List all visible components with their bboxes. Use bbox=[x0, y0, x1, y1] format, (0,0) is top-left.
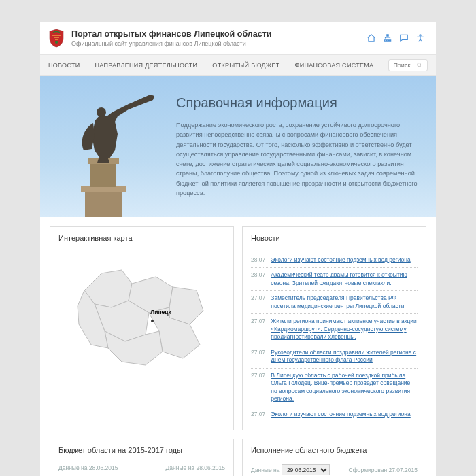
news-link[interactable]: Руководители области поздравили жителей … bbox=[271, 349, 418, 364]
news-date: 27.07 bbox=[251, 294, 265, 310]
news-item: 27.07Жители региона принимают активное у… bbox=[251, 314, 418, 345]
news-item: 27.07В Липецкую область с рабочей поездк… bbox=[251, 369, 418, 407]
content-row-1: Интерактивная карта Липецк bbox=[40, 217, 436, 430]
main-nav: НОВОСТИ НАПРАВЛЕНИЯ ДЕЯТЕЛЬНОСТИ ОТКРЫТЫ… bbox=[40, 54, 436, 76]
news-item: 27.07Экологи изучают состояние подземных… bbox=[251, 407, 418, 422]
accessibility-icon[interactable] bbox=[415, 33, 425, 43]
sitemap-icon[interactable] bbox=[383, 33, 392, 43]
execution-date-select[interactable]: 29.06.2015 bbox=[282, 464, 330, 475]
svg-rect-3 bbox=[85, 190, 122, 217]
execution-label: Данные на bbox=[251, 466, 280, 473]
chat-icon[interactable] bbox=[399, 33, 409, 43]
svg-rect-5 bbox=[90, 163, 116, 187]
news-date: 27.07 bbox=[251, 318, 265, 341]
svg-point-7 bbox=[97, 107, 106, 117]
news-link[interactable]: В Липецкую область с рабочей поездкой пр… bbox=[271, 372, 418, 403]
map-card-title: Интерактивная карта bbox=[58, 234, 225, 248]
news-link[interactable]: Экологи изучают состояние подземных вод … bbox=[271, 256, 410, 264]
search-icon bbox=[416, 62, 423, 69]
news-card: Новости 28.07Экологи изучают состояние п… bbox=[242, 226, 426, 430]
nav-item-finance-system[interactable]: ФИНАНСОВАЯ СИСТЕМА bbox=[294, 62, 373, 69]
news-item: 27.07Руководители области поздравили жит… bbox=[251, 345, 418, 369]
svg-point-8 bbox=[151, 320, 154, 322]
nav-item-activities[interactable]: НАПРАВЛЕНИЯ ДЕЯТЕЛЬНОСТИ bbox=[95, 62, 197, 69]
svg-point-0 bbox=[55, 41, 58, 44]
nav-item-open-budget[interactable]: ОТКРЫТЫЙ БЮДЖЕТ bbox=[212, 62, 279, 69]
site-title: Портал открытых финансов Липецкой област… bbox=[71, 29, 367, 39]
news-date: 27.07 bbox=[251, 411, 265, 418]
budget-meta-right: Данные на 28.06.2015 bbox=[166, 464, 225, 471]
news-item: 28.07Экологи изучают состояние подземных… bbox=[251, 253, 418, 268]
hero-title: Справочная информация bbox=[176, 95, 420, 111]
map-city-label: Липецк bbox=[78, 309, 244, 316]
content-row-2: Бюджет области на 2015-2017 годы Данные … bbox=[40, 430, 436, 476]
news-date: 28.07 bbox=[251, 256, 265, 264]
execution-card-title: Исполнение областного бюджета bbox=[251, 446, 418, 460]
news-date: 28.07 bbox=[251, 271, 265, 287]
budget-card: Бюджет области на 2015-2017 годы Данные … bbox=[50, 439, 234, 476]
budget-meta-left: Данные на 28.06.2015 bbox=[58, 464, 118, 471]
hero-banner: Справочная информация Поддержание эконом… bbox=[40, 76, 436, 217]
svg-point-1 bbox=[420, 35, 421, 36]
svg-point-2 bbox=[418, 63, 421, 67]
hero-body: Поддержание экономического роста, сохран… bbox=[176, 120, 420, 198]
news-link[interactable]: Экологи изучают состояние подземных вод … bbox=[271, 411, 410, 418]
region-map[interactable]: Липецк bbox=[58, 253, 225, 387]
search-box[interactable] bbox=[388, 59, 428, 71]
news-item: 27.07Заместитель председателя Правительс… bbox=[251, 291, 418, 314]
execution-formed: Сформирован 27.07.2015 bbox=[349, 466, 418, 473]
site-header: Портал открытых финансов Липецкой област… bbox=[40, 22, 436, 54]
news-link[interactable]: Заместитель председателя Правительства Р… bbox=[271, 294, 418, 310]
execution-card: Исполнение областного бюджета Данные на … bbox=[242, 439, 426, 476]
header-icons bbox=[367, 33, 425, 43]
search-input[interactable] bbox=[393, 62, 413, 69]
nav-item-news[interactable]: НОВОСТИ bbox=[48, 62, 80, 69]
interactive-map-card: Интерактивная карта Липецк bbox=[50, 226, 234, 430]
news-item: 28.07Академический театр драмы готовится… bbox=[251, 268, 418, 291]
page-container: Портал открытых финансов Липецкой област… bbox=[40, 22, 436, 476]
news-link[interactable]: Академический театр драмы готовится к от… bbox=[271, 271, 418, 287]
news-list: 28.07Экологи изучают состояние подземных… bbox=[251, 253, 418, 422]
news-link[interactable]: Жители региона принимают активное участи… bbox=[271, 318, 418, 341]
site-subtitle: Официальный сайт управления финансов Лип… bbox=[71, 40, 367, 47]
home-icon[interactable] bbox=[367, 33, 376, 43]
coat-of-arms-icon bbox=[48, 29, 65, 48]
news-date: 27.07 bbox=[251, 349, 265, 364]
monument-icon bbox=[52, 88, 161, 217]
budget-card-title: Бюджет области на 2015-2017 годы bbox=[58, 446, 225, 460]
news-card-title: Новости bbox=[251, 234, 418, 248]
news-date: 27.07 bbox=[251, 372, 265, 403]
